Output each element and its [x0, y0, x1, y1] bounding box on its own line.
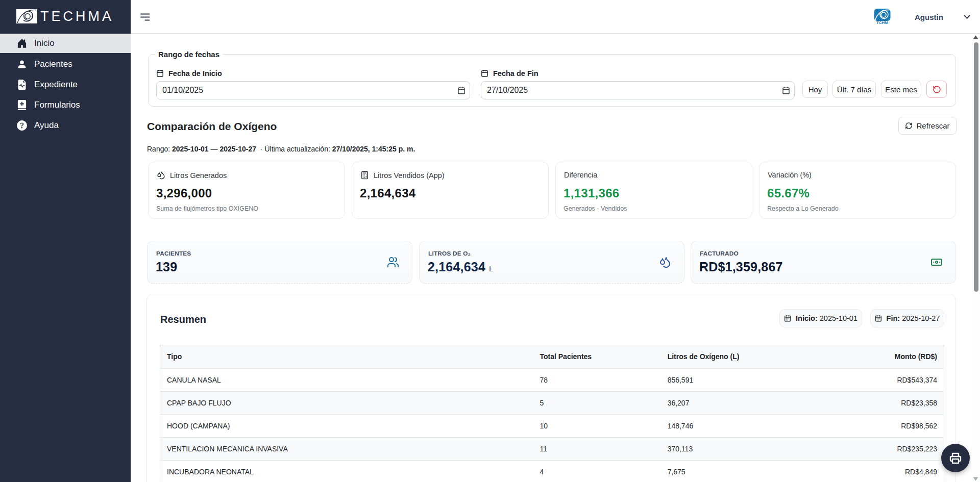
- svg-text:TCHM: TCHM: [876, 20, 888, 24]
